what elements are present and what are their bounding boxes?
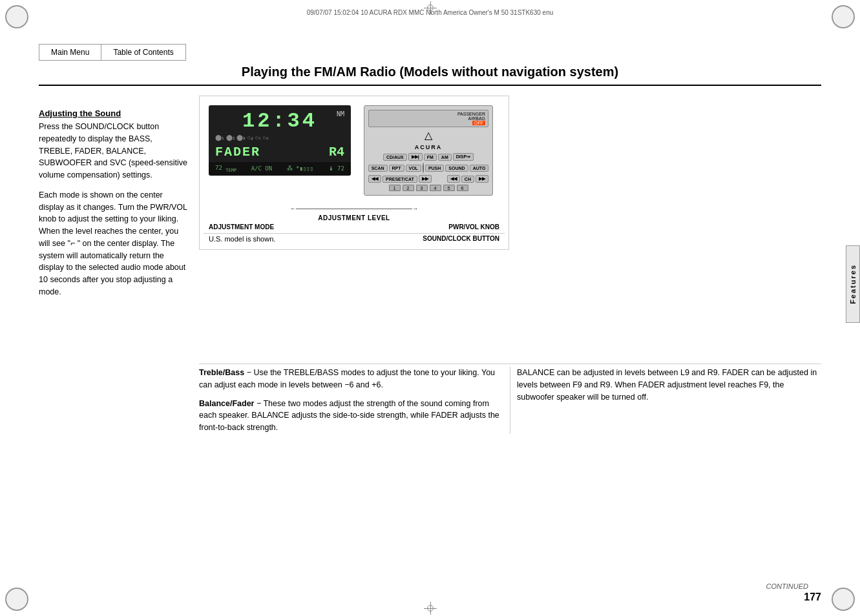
radio-mockup: PASSENGERAIRBAGOFF △ ACURA CD/AUX ▶▶| FM… [357,105,499,196]
mode-buttons-row: CD/AUX ▶▶| FM AM DISP⇒ [368,153,488,161]
main-knob[interactable] [423,163,424,173]
xm-btn[interactable]: ▶▶| [408,153,423,161]
preset-2[interactable]: 2 [403,185,414,191]
label-row: ADJUSTMENT MODE PWR/VOL KNOB [204,222,505,233]
adj-level-arrow: ←————————————————————→ [290,205,418,212]
bottom-right-temp: 🌡 72 [328,165,344,172]
adjustment-level-text: ADJUSTMENT LEVEL [318,214,390,221]
display-middle-row: FADER R4 [209,142,351,162]
time-display: 12:34 [215,109,344,133]
ac-on-label: A/C ON [251,165,273,172]
disp-btn[interactable]: DISP⇒ [453,153,474,161]
bottom-content: Treble/Bass − Use the TREBLE/BASS modes … [199,367,821,434]
corner-mark-tl [5,5,28,28]
sound-btn[interactable]: SOUND [445,165,468,172]
controls-row: SCAN RPT VOL PUSH SOUND AUTO [368,163,488,173]
ch-btn[interactable]: CH [461,176,474,183]
preset-3[interactable]: 3 [416,185,428,191]
next2-btn[interactable]: ▶▶ [476,175,488,183]
preset-numbers: 1 2 3 4 5 6 [368,185,488,191]
bottom-right-column: BALANCE can be adjusted in levels betwee… [510,367,821,434]
dot-row: ⬤₁ ⬤₂ ⬤₃ ○₄ ○₅ ○₆ [215,134,344,141]
r4-label: R4 [329,145,344,159]
left-paragraph-2: Each mode is shown on the center display… [39,189,187,298]
corner-mark-bl [5,588,28,611]
preset-4[interactable]: 4 [430,185,441,191]
bottom-left-temp: 72 TEMP [215,165,236,173]
push-btn[interactable]: PUSH [425,165,444,172]
fader-label: FADER [215,145,260,159]
vol-btn[interactable]: VOL [406,165,421,172]
preset-1[interactable]: 1 [389,185,401,191]
dot-indicators: ⬤₁ ⬤₂ ⬤₃ ○₄ ○₅ ○₆ [215,134,269,141]
scan-btn[interactable]: SCAN [368,165,388,172]
corner-mark-tr [832,5,855,28]
display-bottom-bar: 72 TEMP A/C ON ⁂ *▮▯▯▯ 🌡 72 [209,162,351,176]
fm-btn[interactable]: FM [424,154,437,161]
nm-indicator: NM [337,110,344,118]
prev-btn[interactable]: ◀◀ [368,175,381,183]
prev2-btn[interactable]: ◀◀ [447,175,460,183]
balance-fader-heading: Balance/Fader [199,399,254,408]
cd-aux-btn[interactable]: CD/AUX [383,154,407,161]
corner-mark-br [832,588,855,611]
am-btn[interactable]: AM [438,154,452,161]
preset-btn[interactable]: PRESET/CAT [383,176,417,183]
radio-unit-box: PASSENGERAIRBAGOFF △ ACURA CD/AUX ▶▶| FM… [364,105,493,196]
adjustment-level-label: ←————————————————————→ ADJUSTMENT LEVEL [210,203,498,222]
horizontal-divider [199,364,821,364]
side-tab-label: Features [849,264,857,304]
auto-btn[interactable]: AUTO [470,165,489,172]
side-tab-features: Features [846,245,860,323]
diagram-area: 12:34 NM ⬤₁ ⬤₂ ⬤₃ ○₄ ○₅ ○₆ FADER R4 72 T… [199,96,509,250]
nav-bar: Main Menu Table of Contents [39,44,186,61]
table-of-contents-button[interactable]: Table of Contents [101,44,185,61]
treble-bass-paragraph: Treble/Bass − Use the TREBLE/BASS modes … [199,367,503,391]
seek-row: ◀◀ PRESET/CAT ▶▶ ◀◀ CH ▶▶ [368,175,488,183]
pwr-vol-label: PWR/VOL KNOB [448,223,499,231]
bottom-icons: ⁂ *▮▯▯▯ [287,165,314,172]
preset-5[interactable]: 5 [443,185,455,191]
right-text: BALANCE can be adjusted in levels betwee… [517,367,821,403]
adjustment-mode-label: ADJUSTMENT MODE [209,223,274,231]
treble-bass-heading: Treble/Bass [199,368,244,377]
airbag-indicator: PASSENGERAIRBAGOFF [368,110,488,127]
balance-fader-paragraph: Balance/Fader − These two modes adjust t… [199,398,503,434]
main-content: Adjusting the Sound Press the SOUND/CLOC… [39,96,841,590]
brand-label: ACURA [368,144,488,150]
image-area: 12:34 NM ⬤₁ ⬤₂ ⬤₃ ○₄ ○₅ ○₆ FADER R4 72 T… [204,100,505,201]
preset-6[interactable]: 6 [457,185,468,191]
left-column: Adjusting the Sound Press the SOUND/CLOC… [39,108,187,306]
us-model-row: U.S. model is shown. SOUND/CLOCK BUTTON [204,233,505,245]
reg-mark-bottom [424,602,437,615]
diagram-box: 12:34 NM ⬤₁ ⬤₂ ⬤₃ ○₄ ○₅ ○₆ FADER R4 72 T… [200,96,509,249]
bottom-left-column: Treble/Bass − Use the TREBLE/BASS modes … [199,367,510,434]
continued-label: CONTINUED [766,582,808,590]
alarm-icon: △ [368,129,488,141]
file-info-text: 09/07/07 15:02:04 10 ACURA RDX MMC North… [307,9,554,16]
section-heading: Adjusting the Sound [39,108,187,118]
page-title: Playing the FM/AM Radio (Models without … [39,65,821,86]
us-model-label: U.S. model is shown. [209,235,275,243]
next-btn[interactable]: ▶▶ [419,175,432,183]
sound-clock-label: SOUND/CLOCK BUTTON [423,235,499,243]
page-number: 177 [804,591,821,603]
car-display-mockup: 12:34 NM ⬤₁ ⬤₂ ⬤₃ ○₄ ○₅ ○₆ FADER R4 72 T… [209,105,351,196]
display-top-row: 12:34 NM ⬤₁ ⬤₂ ⬤₃ ○₄ ○₅ ○₆ [209,105,351,142]
file-info-bar: 09/07/07 15:02:04 10 ACURA RDX MMC North… [32,9,828,16]
main-menu-button[interactable]: Main Menu [39,44,101,61]
rpt-btn[interactable]: RPT [389,165,404,172]
adjustment-level-row: ←————————————————————→ ADJUSTMENT LEVEL [204,203,505,222]
left-paragraph-1: Press the SOUND/CLOCK button repeatedly … [39,121,187,181]
